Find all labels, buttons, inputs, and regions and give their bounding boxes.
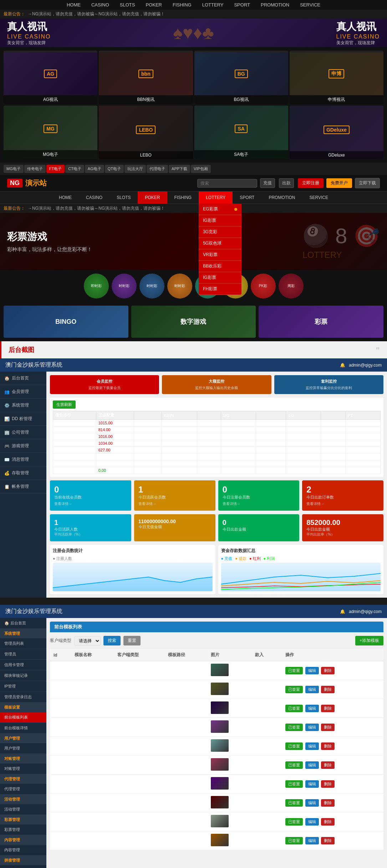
btn-edit-3[interactable]: 编辑 (305, 724, 319, 731)
sidebar-item-finance[interactable]: 💰 存取管理 (0, 466, 46, 480)
search-input[interactable] (197, 179, 257, 188)
cat-ag[interactable]: AG电子 (85, 165, 104, 173)
btn-edit-7[interactable]: 编辑 (305, 799, 319, 807)
casino-card-bg[interactable]: BG BG视讯 (194, 51, 288, 104)
btn-set-2[interactable]: 已签置 (285, 705, 303, 712)
btn-delete-0[interactable]: 删除 (321, 667, 335, 674)
btn-delete-3[interactable]: 删除 (321, 724, 335, 731)
register-detail[interactable]: 查看详情→ (223, 501, 295, 506)
withdrawal-button[interactable]: 出款 (279, 178, 294, 188)
lottery-icon-0[interactable]: 即时彩 (84, 274, 109, 298)
recharge-button[interactable]: 充值 (260, 178, 275, 188)
main-nav-lottery[interactable]: LOTTERY (199, 192, 233, 204)
main-nav-sport[interactable]: SPORT (233, 192, 261, 204)
login-button[interactable]: 免费开户 (326, 178, 352, 188)
btn-set-3[interactable]: 已签置 (285, 724, 303, 731)
refresh-btn[interactable]: 生营刷新 (53, 400, 76, 409)
sidebar-item-dd[interactable]: 📊 DD 析管理 (0, 412, 46, 426)
lottery-item-5g[interactable]: 5G双色球 (199, 238, 241, 249)
btn-delete-7[interactable]: 删除 (321, 799, 335, 807)
btn-edit-2[interactable]: 编辑 (305, 705, 319, 712)
sidebar2-template-list[interactable]: 前台模板列表 (0, 712, 46, 723)
lottery-game-lottery[interactable]: 彩票 (259, 306, 383, 338)
btn-edit-0[interactable]: 编辑 (305, 667, 319, 674)
btn-set-9[interactable]: 已签置 (285, 837, 303, 844)
btn-set-7[interactable]: 已签置 (285, 799, 303, 807)
lottery-item-3g[interactable]: 3G竞彩 (199, 226, 241, 238)
sidebar2-reconcile[interactable]: 对账管理 (0, 764, 46, 774)
sidebar-item-company[interactable]: 🏢 公司管理 (0, 426, 46, 439)
casino-card-bbn[interactable]: bbn BBN视讯 (99, 51, 193, 104)
btn-set-5[interactable]: 已签置 (285, 761, 303, 769)
btn-edit-1[interactable]: 编辑 (305, 686, 319, 693)
nav-casino[interactable]: CASINO (91, 2, 109, 7)
sidebar2-activity[interactable]: 活动管理 (0, 804, 46, 815)
sidebar-item-members[interactable]: 👥 会员管理 (0, 385, 46, 399)
btn-edit-4[interactable]: 编辑 (305, 742, 319, 750)
cat-ct[interactable]: CT电子 (65, 165, 84, 173)
sidebar2-login-log[interactable]: 管理员登录日志 (0, 692, 46, 703)
active-detail[interactable]: 查看详情→ (138, 501, 211, 506)
sidebar-item-accounts[interactable]: 📋 帐务管理 (0, 480, 46, 494)
lottery-game-bingo[interactable]: BINGO (4, 306, 128, 338)
search-button[interactable]: 搜索 (103, 636, 121, 645)
casino-card-sa[interactable]: SA SA电子 (194, 106, 288, 159)
btn-edit-5[interactable]: 编辑 (305, 761, 319, 769)
nav-home[interactable]: HOME (67, 2, 81, 7)
cat-qt[interactable]: QT电子 (105, 165, 124, 173)
cat-wanfa[interactable]: 玩法大厅 (124, 165, 146, 173)
cat-vip[interactable]: VIP包厢 (191, 165, 211, 173)
btn-edit-8[interactable]: 编辑 (305, 818, 319, 826)
app-download-button[interactable]: 立即下载 (355, 178, 380, 188)
sidebar-item-games[interactable]: 🎮 游戏管理 (0, 439, 46, 453)
lottery-item-vr[interactable]: VR彩票 (199, 249, 241, 261)
client-type-select[interactable]: 请选择 PC端 手机端 (74, 636, 101, 645)
nav-promotion[interactable]: PROMOTION (261, 2, 289, 7)
nav-sport[interactable]: SPORT (234, 2, 250, 7)
nav-lottery[interactable]: LOTTERY (202, 2, 224, 7)
nav-slots[interactable]: SLOTS (120, 2, 135, 7)
main-nav-casino[interactable]: CASINO (79, 192, 110, 204)
sidebar2-agent[interactable]: 代理管理 (0, 784, 46, 795)
nav-poker[interactable]: POKER (146, 2, 162, 7)
btn-set-8[interactable]: 已签置 (285, 818, 303, 826)
lottery-item-fh[interactable]: FH彩票 (199, 284, 241, 295)
casino-card-mg[interactable]: MG MG电子 (4, 106, 97, 159)
online-detail[interactable]: 查看详情→ (54, 501, 127, 506)
btn-edit-9[interactable]: 编辑 (305, 837, 319, 844)
withdraw-detail[interactable]: 查看详情→ (306, 501, 379, 506)
nav-fishing[interactable]: FISHING (173, 2, 192, 7)
main-nav-service[interactable]: SERVICE (302, 192, 335, 204)
lottery-icon-3[interactable]: 时时彩 (167, 274, 192, 298)
sidebar2-admin-list[interactable]: 管理员列表 (0, 638, 46, 649)
btn-delete-9[interactable]: 删除 (321, 837, 335, 844)
lottery-item-ig[interactable]: IG彩票 (199, 215, 241, 226)
btn-delete-6[interactable]: 删除 (321, 780, 335, 788)
casino-card-ag[interactable]: AG AG视讯 (4, 51, 97, 104)
sidebar2-ip[interactable]: IP管理 (0, 681, 46, 692)
lottery-game-numbers[interactable]: 数字游戏 (131, 306, 256, 338)
nav-service[interactable]: SERVICE (300, 2, 320, 7)
lottery-item-bb[interactable]: BB欢乐彩 (199, 261, 241, 272)
register-button[interactable]: 立即注册 (298, 178, 324, 188)
sidebar2-splice[interactable]: 拼接管理 (0, 865, 46, 868)
lottery-icon-6[interactable]: PK彩 (251, 274, 276, 298)
cat-app[interactable]: APP下载 (169, 165, 190, 173)
lottery-item-ig2[interactable]: IG彩票 (199, 272, 241, 284)
btn-delete-8[interactable]: 删除 (321, 818, 335, 826)
casino-card-sb[interactable]: 申博 申博视讯 (290, 51, 383, 104)
btn-set-0[interactable]: 已签置 (285, 667, 303, 674)
cat-vidai[interactable]: 代理电子 (147, 165, 168, 173)
reset-button[interactable]: 重置 (123, 636, 141, 645)
btn-delete-1[interactable]: 删除 (321, 686, 335, 693)
sidebar2-user-mgmt[interactable]: 用户管理 (0, 743, 46, 754)
sidebar2-module-review[interactable]: 模块审核记录 (0, 670, 46, 681)
sidebar2-template-detail[interactable]: 前台模板详情 (0, 723, 46, 734)
main-nav-promotion[interactable]: PROMOTION (261, 192, 302, 204)
sidebar2-lottery[interactable]: 彩票管理 (0, 824, 46, 835)
btn-set-4[interactable]: 已签置 (285, 742, 303, 750)
sidebar2-dashboard[interactable]: 🏠 后台首页 (0, 618, 46, 629)
lottery-item-eg[interactable]: EG彩票 (199, 204, 241, 215)
casino-card-gd[interactable]: GDeluxe GDeluxe (290, 106, 383, 159)
btn-set-1[interactable]: 已签置 (285, 686, 303, 693)
